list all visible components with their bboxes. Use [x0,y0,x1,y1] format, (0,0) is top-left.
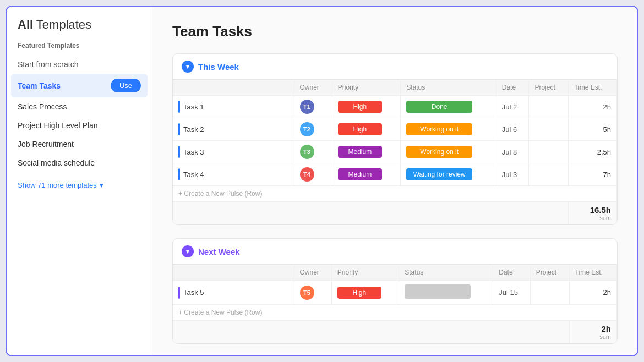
status-badge: Done [406,101,472,113]
title-rest: Templates [33,18,91,31]
show-more-label: Show 71 more templates [18,181,97,189]
priority-cell: High [332,118,400,141]
task-bar [178,123,180,135]
this-week-section: ▾ This Week Owner Priority Status Date P… [172,53,618,225]
project-high-label: Project High Level Plan [18,121,98,130]
priority-badge: High [338,123,382,135]
date-cell: Jul 8 [496,141,529,163]
col-task [173,80,294,96]
priority-cell: High [332,96,400,118]
col-status: Status [399,265,493,281]
featured-templates-label: Featured Templates [7,42,152,55]
task-name-label: Task 4 [183,171,204,179]
task-name-cell: Task 5 [173,281,294,305]
col-project: Project [529,80,569,96]
this-week-header-row: Owner Priority Status Date Project Time … [173,80,617,96]
next-week-icon: ▾ [182,245,194,257]
sidebar-item-job-recruitment[interactable]: Job Recruitment [7,135,152,153]
table-row: Task 4 T4 Medium Waiting for review Jul … [173,163,617,186]
social-media-label: Social media schedule [18,158,95,167]
sum-label: sum [575,333,611,340]
main-content: Team Tasks ▾ This Week Owner Priority St… [152,7,637,355]
sidebar: All Templates Featured Templates Start f… [7,7,152,355]
sidebar-item-project-high-level[interactable]: Project High Level Plan [7,116,152,135]
create-pulse-row[interactable]: + Create a New Pulse (Row) [173,186,617,202]
create-pulse-row[interactable]: + Create a New Pulse (Row) [173,305,617,321]
avatar: T1 [300,100,314,114]
next-week-header-row: Owner Priority Status Date Project Time … [173,265,617,281]
col-status: Status [401,80,496,96]
create-pulse-label[interactable]: + Create a New Pulse (Row) [173,186,617,202]
task-name-label: Task 5 [183,288,204,297]
status-cell [399,281,493,305]
sum-value: 2h [575,324,611,333]
sum-row: 16.5h sum [173,202,617,225]
col-project: Project [530,265,569,281]
table-row: Task 2 T2 High Working on it Jul 6 5h [173,118,617,141]
date-cell: Jul 6 [496,118,529,141]
owner-cell: T1 [294,96,332,118]
project-cell [529,163,569,186]
this-week-table-wrap: Owner Priority Status Date Project Time … [173,79,617,224]
status-badge: Working on it [406,123,472,135]
table-row: Task 1 T1 High Done Jul 2 2h [173,96,617,118]
priority-cell: Medium [332,163,400,186]
sidebar-item-team-tasks[interactable]: Team Tasks Use [11,74,148,97]
avatar: T2 [300,122,314,136]
col-owner: Owner [294,80,332,96]
status-badge: Working on it [406,146,472,158]
title-all: All [18,18,33,31]
next-week-header: ▾ Next Week [173,239,617,264]
sum-value: 16.5h [574,205,611,215]
status-cell: Done [401,96,496,118]
priority-badge: High [337,287,381,299]
show-more-button[interactable]: Show 71 more templates ▾ [7,174,152,196]
task-name-cell: Task 4 [173,163,294,186]
sum-cell: 2h sum [569,321,616,344]
sidebar-item-social-media[interactable]: Social media schedule [7,153,152,172]
team-tasks-label: Team Tasks [18,81,61,90]
this-week-title: This Week [198,62,239,72]
app-container: All Templates Featured Templates Start f… [6,6,638,356]
avatar: T5 [300,286,314,300]
time-cell: 2h [569,281,616,305]
time-cell: 7h [569,163,617,186]
priority-cell: High [331,281,399,305]
owner-cell: T3 [294,141,332,163]
next-week-title: Next Week [198,247,240,256]
task-name-cell: Task 3 [173,141,294,163]
sales-process-label: Sales Process [18,102,67,111]
avatar: T4 [300,167,314,182]
task-bar [178,168,180,180]
time-cell: 2.5h [569,141,617,163]
chevron-down-icon: ▾ [186,248,189,255]
project-cell [529,118,569,141]
this-week-icon: ▾ [182,61,194,73]
sidebar-item-start-scratch[interactable]: Start from scratch [7,55,152,74]
project-cell [529,141,569,163]
this-week-header: ▾ This Week [173,54,617,79]
priority-badge: High [338,101,382,113]
project-cell [530,281,569,305]
create-pulse-label[interactable]: + Create a New Pulse (Row) [173,305,617,321]
col-time-est: Time Est. [569,265,616,281]
col-task [173,265,294,281]
task-name-label: Task 2 [183,125,204,134]
next-week-table-wrap: Owner Priority Status Date Project Time … [173,264,617,343]
col-time-est: Time Est. [569,80,617,96]
col-owner: Owner [294,265,331,281]
priority-badge: Medium [338,146,382,158]
page-title: Team Tasks [172,23,618,40]
date-cell: Jul 2 [496,96,529,118]
col-date: Date [496,80,529,96]
next-week-section: ▾ Next Week Owner Priority Status Date P… [172,238,618,344]
chevron-down-icon: ▾ [186,63,189,70]
sidebar-title: All Templates [7,18,152,42]
priority-badge: Medium [338,168,382,180]
status-badge: Waiting for review [406,168,472,180]
status-empty [405,284,471,299]
sidebar-item-sales-process[interactable]: Sales Process [7,97,152,116]
chevron-down-icon: ▾ [100,181,103,189]
use-button[interactable]: Use [111,79,141,92]
task-name-cell: Task 2 [173,118,294,141]
